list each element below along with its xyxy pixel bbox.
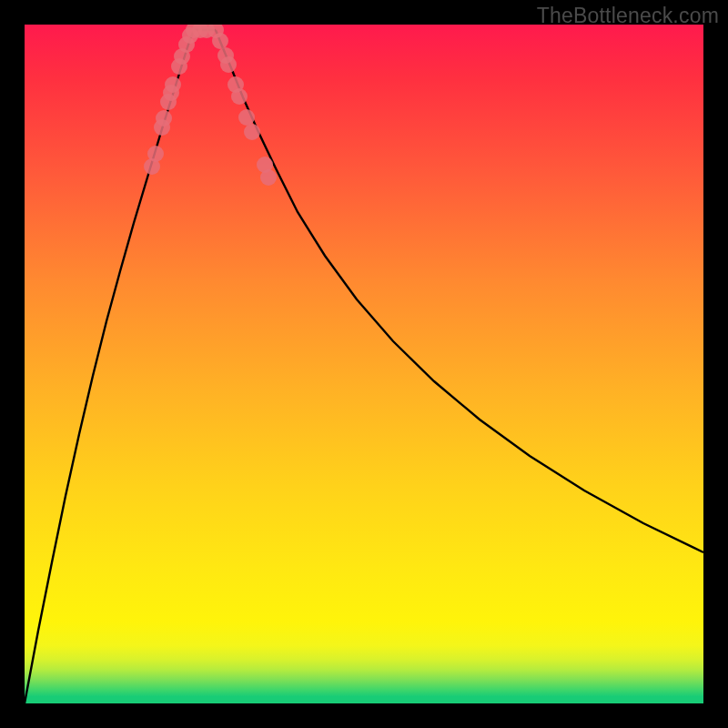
data-marker xyxy=(165,76,181,93)
curve-layer xyxy=(25,25,703,703)
data-marker xyxy=(244,124,260,140)
markers-left xyxy=(144,25,215,175)
data-marker xyxy=(238,109,255,126)
data-marker xyxy=(147,146,164,162)
data-marker xyxy=(260,169,277,186)
plot-area xyxy=(25,25,703,703)
data-marker xyxy=(220,56,237,73)
data-marker xyxy=(212,33,228,49)
data-marker xyxy=(231,88,248,105)
curve-right xyxy=(216,30,703,552)
data-marker xyxy=(156,110,172,126)
markers-right xyxy=(207,25,277,186)
